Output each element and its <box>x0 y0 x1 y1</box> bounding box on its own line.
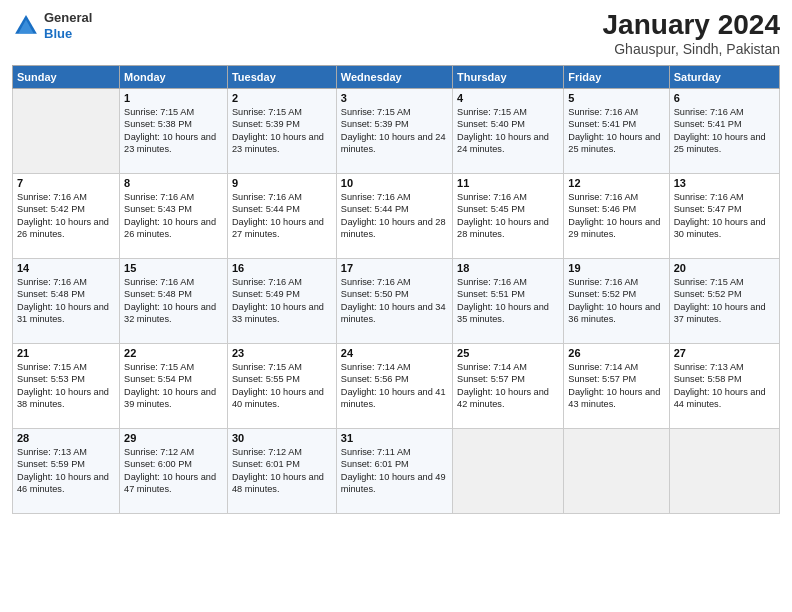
day-info: Sunrise: 7:15 AMSunset: 5:39 PMDaylight:… <box>341 106 448 156</box>
day-info: Sunrise: 7:15 AMSunset: 5:55 PMDaylight:… <box>232 361 332 411</box>
calendar-cell: 11Sunrise: 7:16 AMSunset: 5:45 PMDayligh… <box>453 173 564 258</box>
calendar-cell: 2Sunrise: 7:15 AMSunset: 5:39 PMDaylight… <box>227 88 336 173</box>
day-info: Sunrise: 7:13 AMSunset: 5:59 PMDaylight:… <box>17 446 115 496</box>
day-info: Sunrise: 7:12 AMSunset: 6:00 PMDaylight:… <box>124 446 223 496</box>
calendar-header-friday: Friday <box>564 65 669 88</box>
calendar-week-row: 7Sunrise: 7:16 AMSunset: 5:42 PMDaylight… <box>13 173 780 258</box>
day-number: 5 <box>568 92 664 104</box>
calendar-cell: 8Sunrise: 7:16 AMSunset: 5:43 PMDaylight… <box>120 173 228 258</box>
calendar-cell: 24Sunrise: 7:14 AMSunset: 5:56 PMDayligh… <box>336 343 452 428</box>
day-number: 31 <box>341 432 448 444</box>
day-number: 4 <box>457 92 559 104</box>
calendar-cell: 4Sunrise: 7:15 AMSunset: 5:40 PMDaylight… <box>453 88 564 173</box>
calendar-cell: 15Sunrise: 7:16 AMSunset: 5:48 PMDayligh… <box>120 258 228 343</box>
day-number: 14 <box>17 262 115 274</box>
day-info: Sunrise: 7:15 AMSunset: 5:52 PMDaylight:… <box>674 276 775 326</box>
calendar-cell: 18Sunrise: 7:16 AMSunset: 5:51 PMDayligh… <box>453 258 564 343</box>
day-number: 16 <box>232 262 332 274</box>
calendar-header-sunday: Sunday <box>13 65 120 88</box>
day-number: 22 <box>124 347 223 359</box>
day-number: 23 <box>232 347 332 359</box>
header: General Blue January 2024 Ghauspur, Sind… <box>12 10 780 57</box>
day-info: Sunrise: 7:16 AMSunset: 5:48 PMDaylight:… <box>124 276 223 326</box>
calendar-cell: 17Sunrise: 7:16 AMSunset: 5:50 PMDayligh… <box>336 258 452 343</box>
calendar-cell: 6Sunrise: 7:16 AMSunset: 5:41 PMDaylight… <box>669 88 779 173</box>
day-number: 18 <box>457 262 559 274</box>
calendar-cell: 12Sunrise: 7:16 AMSunset: 5:46 PMDayligh… <box>564 173 669 258</box>
calendar-cell: 10Sunrise: 7:16 AMSunset: 5:44 PMDayligh… <box>336 173 452 258</box>
calendar-header-thursday: Thursday <box>453 65 564 88</box>
calendar-week-row: 28Sunrise: 7:13 AMSunset: 5:59 PMDayligh… <box>13 428 780 513</box>
day-number: 26 <box>568 347 664 359</box>
logo: General Blue <box>12 10 92 41</box>
day-info: Sunrise: 7:16 AMSunset: 5:44 PMDaylight:… <box>341 191 448 241</box>
page-title: January 2024 <box>603 10 780 41</box>
calendar-header-row: SundayMondayTuesdayWednesdayThursdayFrid… <box>13 65 780 88</box>
day-info: Sunrise: 7:14 AMSunset: 5:57 PMDaylight:… <box>568 361 664 411</box>
calendar-header-saturday: Saturday <box>669 65 779 88</box>
calendar-week-row: 1Sunrise: 7:15 AMSunset: 5:38 PMDaylight… <box>13 88 780 173</box>
calendar-header-wednesday: Wednesday <box>336 65 452 88</box>
day-number: 3 <box>341 92 448 104</box>
day-number: 30 <box>232 432 332 444</box>
calendar-cell: 23Sunrise: 7:15 AMSunset: 5:55 PMDayligh… <box>227 343 336 428</box>
day-number: 2 <box>232 92 332 104</box>
day-info: Sunrise: 7:15 AMSunset: 5:39 PMDaylight:… <box>232 106 332 156</box>
calendar-cell <box>453 428 564 513</box>
calendar-cell: 28Sunrise: 7:13 AMSunset: 5:59 PMDayligh… <box>13 428 120 513</box>
day-info: Sunrise: 7:15 AMSunset: 5:40 PMDaylight:… <box>457 106 559 156</box>
day-info: Sunrise: 7:16 AMSunset: 5:43 PMDaylight:… <box>124 191 223 241</box>
day-info: Sunrise: 7:15 AMSunset: 5:53 PMDaylight:… <box>17 361 115 411</box>
logo-icon <box>12 12 40 40</box>
calendar-cell: 27Sunrise: 7:13 AMSunset: 5:58 PMDayligh… <box>669 343 779 428</box>
day-info: Sunrise: 7:15 AMSunset: 5:38 PMDaylight:… <box>124 106 223 156</box>
calendar-header-tuesday: Tuesday <box>227 65 336 88</box>
calendar-week-row: 14Sunrise: 7:16 AMSunset: 5:48 PMDayligh… <box>13 258 780 343</box>
calendar-cell: 21Sunrise: 7:15 AMSunset: 5:53 PMDayligh… <box>13 343 120 428</box>
calendar-cell: 16Sunrise: 7:16 AMSunset: 5:49 PMDayligh… <box>227 258 336 343</box>
day-info: Sunrise: 7:16 AMSunset: 5:47 PMDaylight:… <box>674 191 775 241</box>
day-number: 11 <box>457 177 559 189</box>
calendar-cell: 31Sunrise: 7:11 AMSunset: 6:01 PMDayligh… <box>336 428 452 513</box>
calendar-cell: 26Sunrise: 7:14 AMSunset: 5:57 PMDayligh… <box>564 343 669 428</box>
day-info: Sunrise: 7:16 AMSunset: 5:49 PMDaylight:… <box>232 276 332 326</box>
calendar-cell <box>669 428 779 513</box>
calendar-cell: 19Sunrise: 7:16 AMSunset: 5:52 PMDayligh… <box>564 258 669 343</box>
logo-text: General Blue <box>44 10 92 41</box>
day-number: 10 <box>341 177 448 189</box>
day-number: 6 <box>674 92 775 104</box>
day-number: 19 <box>568 262 664 274</box>
page: General Blue January 2024 Ghauspur, Sind… <box>0 0 792 612</box>
title-block: January 2024 Ghauspur, Sindh, Pakistan <box>603 10 780 57</box>
calendar-cell: 3Sunrise: 7:15 AMSunset: 5:39 PMDaylight… <box>336 88 452 173</box>
day-number: 9 <box>232 177 332 189</box>
calendar-cell <box>564 428 669 513</box>
calendar-cell: 13Sunrise: 7:16 AMSunset: 5:47 PMDayligh… <box>669 173 779 258</box>
page-subtitle: Ghauspur, Sindh, Pakistan <box>603 41 780 57</box>
day-number: 29 <box>124 432 223 444</box>
day-info: Sunrise: 7:16 AMSunset: 5:45 PMDaylight:… <box>457 191 559 241</box>
day-number: 1 <box>124 92 223 104</box>
day-number: 20 <box>674 262 775 274</box>
day-info: Sunrise: 7:11 AMSunset: 6:01 PMDaylight:… <box>341 446 448 496</box>
day-number: 28 <box>17 432 115 444</box>
day-info: Sunrise: 7:16 AMSunset: 5:52 PMDaylight:… <box>568 276 664 326</box>
day-info: Sunrise: 7:16 AMSunset: 5:50 PMDaylight:… <box>341 276 448 326</box>
day-number: 17 <box>341 262 448 274</box>
day-info: Sunrise: 7:16 AMSunset: 5:41 PMDaylight:… <box>568 106 664 156</box>
calendar-cell: 20Sunrise: 7:15 AMSunset: 5:52 PMDayligh… <box>669 258 779 343</box>
calendar-header-monday: Monday <box>120 65 228 88</box>
day-number: 12 <box>568 177 664 189</box>
calendar-cell: 14Sunrise: 7:16 AMSunset: 5:48 PMDayligh… <box>13 258 120 343</box>
day-info: Sunrise: 7:16 AMSunset: 5:51 PMDaylight:… <box>457 276 559 326</box>
day-number: 13 <box>674 177 775 189</box>
day-number: 8 <box>124 177 223 189</box>
calendar-cell: 7Sunrise: 7:16 AMSunset: 5:42 PMDaylight… <box>13 173 120 258</box>
day-number: 21 <box>17 347 115 359</box>
calendar-cell: 9Sunrise: 7:16 AMSunset: 5:44 PMDaylight… <box>227 173 336 258</box>
day-info: Sunrise: 7:16 AMSunset: 5:46 PMDaylight:… <box>568 191 664 241</box>
day-number: 24 <box>341 347 448 359</box>
calendar-cell: 1Sunrise: 7:15 AMSunset: 5:38 PMDaylight… <box>120 88 228 173</box>
calendar-week-row: 21Sunrise: 7:15 AMSunset: 5:53 PMDayligh… <box>13 343 780 428</box>
day-info: Sunrise: 7:14 AMSunset: 5:57 PMDaylight:… <box>457 361 559 411</box>
